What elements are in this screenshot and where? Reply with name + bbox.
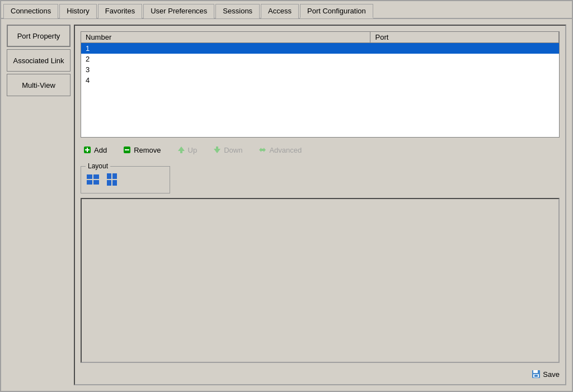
save-button[interactable]: Save: [532, 370, 560, 379]
port-table: Number Port 1234: [81, 32, 559, 86]
svg-marker-9: [259, 148, 266, 152]
save-icon: [532, 370, 541, 379]
table-row[interactable]: 3: [81, 64, 559, 75]
svg-marker-7: [214, 149, 220, 153]
svg-rect-11: [93, 174, 99, 179]
save-area: Save: [81, 367, 560, 379]
tab-bar: Connections History Favorites User Prefe…: [1, 1, 572, 19]
tab-history[interactable]: History: [59, 4, 96, 18]
tab-port-configuration[interactable]: Port Configuration: [300, 4, 373, 18]
svg-rect-2: [85, 149, 90, 150]
table-row[interactable]: 2: [81, 54, 559, 64]
svg-rect-21: [534, 375, 538, 377]
up-icon: [177, 145, 186, 154]
svg-rect-6: [180, 151, 182, 153]
svg-rect-12: [87, 180, 92, 185]
remove-label: Remove: [134, 146, 161, 154]
content-area: Port Property Associated Link Multi-View…: [1, 19, 572, 391]
table-row[interactable]: 1: [81, 43, 559, 54]
down-button[interactable]: Down: [210, 144, 245, 155]
layout-vertical-button[interactable]: [106, 172, 119, 190]
svg-rect-4: [125, 149, 129, 150]
layout-horizontal-icon: [87, 174, 100, 186]
svg-rect-19: [533, 370, 538, 373]
svg-rect-10: [87, 174, 92, 179]
cell-number: 2: [81, 54, 370, 64]
toolbar: Add Remove Up: [81, 142, 560, 158]
sidebar-btn-associated-link[interactable]: Associated Link: [7, 49, 71, 72]
down-icon: [213, 145, 222, 154]
tab-sessions[interactable]: Sessions: [215, 4, 260, 18]
cell-number: 1: [81, 43, 370, 54]
svg-rect-8: [216, 147, 218, 149]
cell-port: [370, 43, 559, 54]
tab-favorites[interactable]: Favorites: [98, 4, 142, 18]
up-label: Up: [188, 146, 198, 154]
down-label: Down: [224, 146, 242, 154]
svg-rect-14: [107, 173, 111, 179]
svg-rect-16: [107, 180, 111, 186]
cell-port: [370, 75, 559, 86]
cell-port: [370, 54, 559, 64]
table-row[interactable]: 4: [81, 75, 559, 86]
port-table-container[interactable]: Number Port 1234: [81, 31, 560, 138]
layout-vertical-icon: [107, 173, 118, 187]
col-header-number: Number: [81, 32, 370, 43]
svg-rect-13: [93, 180, 99, 185]
cell-number: 3: [81, 64, 370, 75]
svg-marker-5: [178, 147, 185, 151]
advanced-label: Advanced: [269, 146, 302, 154]
tab-access[interactable]: Access: [261, 4, 299, 18]
advanced-icon: [258, 145, 267, 154]
sidebar-btn-port-property[interactable]: Port Property: [7, 25, 71, 47]
tab-user-preferences[interactable]: User Preferences: [143, 4, 214, 18]
tab-connections[interactable]: Connections: [3, 4, 58, 18]
remove-button[interactable]: Remove: [120, 144, 163, 155]
layout-section: Layout: [81, 162, 170, 193]
layout-icons: [86, 172, 165, 190]
main-panel: Number Port 1234 Add: [74, 25, 566, 385]
sidebar-btn-multi-view[interactable]: Multi-View: [7, 74, 71, 96]
save-label: Save: [543, 370, 560, 379]
remove-icon: [123, 145, 131, 154]
add-label: Add: [94, 146, 107, 154]
layout-legend: Layout: [86, 162, 110, 170]
svg-rect-17: [112, 180, 117, 186]
left-sidebar: Port Property Associated Link Multi-View: [7, 25, 74, 385]
svg-rect-15: [112, 173, 117, 179]
col-header-port: Port: [370, 32, 559, 43]
bottom-box: [81, 198, 560, 363]
up-button[interactable]: Up: [175, 144, 200, 155]
main-container: Connections History Favorites User Prefe…: [0, 0, 573, 392]
add-icon: [83, 145, 92, 154]
layout-horizontal-button[interactable]: [86, 173, 101, 188]
cell-port: [370, 64, 559, 75]
advanced-button[interactable]: Advanced: [256, 144, 304, 155]
add-button[interactable]: Add: [81, 144, 109, 155]
cell-number: 4: [81, 75, 370, 86]
